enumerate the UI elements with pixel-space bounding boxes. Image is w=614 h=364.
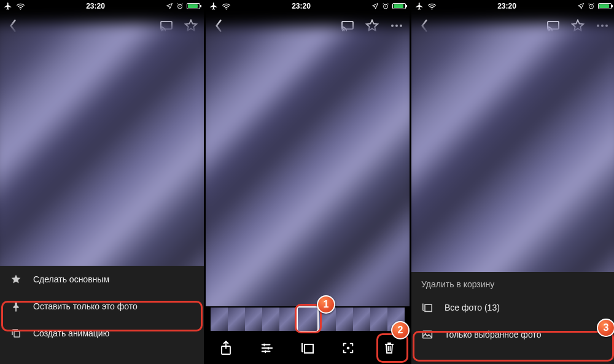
location-icon xyxy=(166,2,173,10)
menu-label: Создать анимацию xyxy=(33,328,109,338)
thumb-selected[interactable] xyxy=(297,306,319,332)
menu-label: Сделать основным xyxy=(33,274,109,284)
status-bar: 23:20 xyxy=(206,0,410,12)
status-time: 23:20 xyxy=(86,2,105,10)
screen-3: 23:20 xyxy=(411,0,614,364)
wifi-icon xyxy=(16,2,25,10)
svg-rect-22 xyxy=(425,304,432,311)
thumb[interactable] xyxy=(353,308,370,331)
thumb[interactable] xyxy=(279,308,297,331)
burst-icon xyxy=(421,301,433,314)
bottom-toolbar xyxy=(206,332,410,364)
thumb[interactable] xyxy=(319,308,336,331)
thumb[interactable] xyxy=(262,308,279,331)
image-icon xyxy=(421,328,433,341)
photo-preview[interactable] xyxy=(206,26,410,320)
svg-point-24 xyxy=(425,333,426,334)
star-filled-icon xyxy=(10,273,22,285)
menu-label: Оставить только это фото xyxy=(33,301,138,311)
alarm-icon xyxy=(588,2,595,10)
menu-all-photos[interactable]: Все фото (13) xyxy=(411,294,614,321)
lens-button[interactable] xyxy=(340,340,356,356)
battery-icon xyxy=(598,3,612,9)
burst-button[interactable] xyxy=(300,340,316,356)
wifi-icon xyxy=(427,2,437,10)
battery-icon xyxy=(187,3,200,9)
svg-rect-13 xyxy=(305,344,313,353)
status-bar: 23:20 xyxy=(0,0,204,12)
menu-create-animation[interactable]: Создать анимацию xyxy=(0,320,204,347)
copy-icon xyxy=(10,327,22,339)
airplane-icon xyxy=(4,2,12,10)
screen-1: 23:20 xyxy=(0,0,204,364)
status-bar: 23:20 xyxy=(411,0,614,12)
svg-point-15 xyxy=(432,9,433,10)
share-button[interactable] xyxy=(218,340,234,356)
svg-point-0 xyxy=(20,9,21,10)
delete-sheet: Удалить в корзину Все фото (13) Только в… xyxy=(411,272,614,364)
thumb[interactable] xyxy=(228,308,245,331)
alarm-icon xyxy=(382,2,389,10)
delete-button[interactable] xyxy=(381,340,397,356)
location-icon xyxy=(371,2,379,10)
svg-point-14 xyxy=(347,347,350,350)
thumb[interactable] xyxy=(336,308,353,331)
status-time: 23:20 xyxy=(292,2,311,10)
battery-icon xyxy=(392,3,406,9)
airplane-icon xyxy=(209,2,218,10)
action-sheet: Сделать основным Оставить только это фот… xyxy=(0,266,204,364)
screen-2: 23:20 xyxy=(206,0,410,364)
menu-only-selected[interactable]: Только выбранное фото xyxy=(411,321,614,348)
svg-rect-4 xyxy=(14,331,20,337)
thumb[interactable] xyxy=(211,308,228,331)
menu-make-primary[interactable]: Сделать основным xyxy=(0,266,204,293)
menu-label: Все фото (13) xyxy=(445,303,500,312)
location-icon xyxy=(577,2,585,10)
menu-label: Только выбранное фото xyxy=(445,330,541,339)
sheet-title: Удалить в корзину xyxy=(411,272,614,294)
airplane-icon xyxy=(415,2,424,10)
alarm-icon xyxy=(176,2,184,10)
pin-icon xyxy=(10,300,22,312)
thumb[interactable] xyxy=(245,308,262,331)
wifi-icon xyxy=(222,2,231,10)
svg-point-5 xyxy=(226,9,227,10)
status-time: 23:20 xyxy=(497,2,516,10)
edit-button[interactable] xyxy=(259,340,275,356)
filmstrip[interactable] xyxy=(206,306,410,332)
thumb[interactable] xyxy=(370,308,387,331)
menu-keep-only[interactable]: Оставить только это фото xyxy=(0,293,204,320)
thumb[interactable] xyxy=(387,308,405,331)
